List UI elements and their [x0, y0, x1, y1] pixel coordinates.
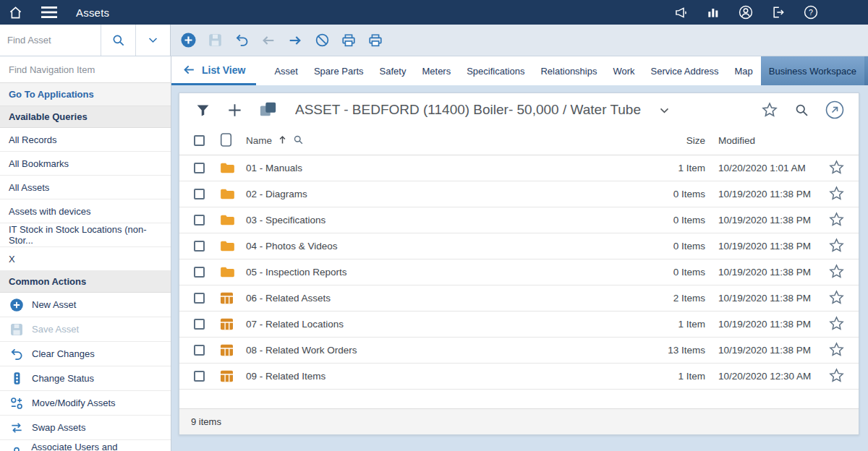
next-record-icon[interactable]: [285, 30, 305, 51]
query-item[interactable]: Assets with devices: [0, 199, 171, 223]
row-checkbox[interactable]: [194, 319, 205, 330]
action-item[interactable]: Associate Users and Custodians: [0, 440, 171, 451]
select-all-checkbox[interactable]: [194, 135, 205, 146]
name-filter-search-icon[interactable]: [293, 134, 304, 147]
table-row[interactable]: 08 - Related Work Orders 13 Items 10/19/…: [179, 338, 859, 364]
available-queries-header: Available Queries: [0, 106, 171, 128]
previous-record-icon: [258, 30, 278, 51]
row-size: 0 Items: [608, 241, 705, 252]
find-options-chevron[interactable]: [136, 25, 171, 56]
query-item[interactable]: All Assets: [0, 176, 171, 199]
table-row[interactable]: 01 - Manuals 1 Item 10/20/2020 1:01 AM: [179, 155, 859, 181]
open-in-new-icon[interactable]: [825, 100, 844, 119]
row-checkbox[interactable]: [194, 293, 205, 304]
row-checkbox[interactable]: [194, 163, 205, 173]
action-item[interactable]: Move/Modify Assets: [0, 391, 171, 416]
sort-ascending-icon[interactable]: [277, 134, 288, 147]
row-star-icon[interactable]: [828, 211, 845, 230]
sign-out-icon[interactable]: [771, 5, 786, 20]
print-preview-icon[interactable]: [365, 30, 386, 51]
tab[interactable]: Specifications: [459, 56, 532, 85]
row-star-icon[interactable]: [828, 263, 845, 282]
table-row[interactable]: 07 - Related Locations 1 Item 10/19/2020…: [179, 312, 859, 338]
query-item[interactable]: All Records: [0, 128, 171, 152]
table-row[interactable]: 04 - Photos & Videos 0 Items 10/19/2020 …: [179, 233, 859, 259]
action-item[interactable]: Change Status: [0, 366, 171, 391]
tab[interactable]: Asset: [266, 56, 306, 85]
tab[interactable]: Map: [727, 56, 761, 85]
filter-icon[interactable]: [195, 103, 210, 118]
back-to-list-view[interactable]: List View: [171, 56, 256, 85]
row-modified: 10/19/2020 11:38 PM: [705, 293, 814, 304]
new-record-icon[interactable]: [178, 30, 198, 51]
action-label: Associate Users and Custodians: [31, 442, 162, 451]
folder-icon: [220, 318, 236, 331]
row-star-icon[interactable]: [828, 237, 845, 256]
row-name[interactable]: 07 - Related Locations: [246, 319, 344, 330]
table-row[interactable]: 06 - Related Assets 2 Items 10/19/2020 1…: [179, 285, 859, 312]
tab[interactable]: Work: [605, 56, 642, 85]
row-name[interactable]: 08 - Related Work Orders: [246, 345, 357, 356]
row-checkbox[interactable]: [194, 371, 205, 382]
query-item[interactable]: All Bookmarks: [0, 152, 171, 176]
favorite-star-icon[interactable]: [761, 101, 778, 119]
tab[interactable]: Business Workspace: [761, 56, 864, 85]
row-checkbox[interactable]: [194, 241, 205, 252]
title-chevron-down-icon[interactable]: [658, 104, 671, 116]
search-icon[interactable]: [794, 103, 809, 118]
menu-icon[interactable]: [41, 6, 57, 19]
action-item[interactable]: Save Asset: [0, 317, 171, 342]
action-item[interactable]: New Asset: [0, 293, 171, 317]
row-name[interactable]: 02 - Diagrams: [246, 189, 307, 199]
go-to-applications-link[interactable]: Go To Applications: [0, 83, 171, 106]
stop-icon[interactable]: [312, 30, 332, 51]
tab[interactable]: Service Address: [643, 56, 727, 85]
add-icon[interactable]: [226, 102, 243, 119]
bar-chart-icon[interactable]: [706, 5, 720, 20]
row-name[interactable]: 01 - Manuals: [246, 163, 302, 173]
tab[interactable]: Meters: [414, 56, 459, 85]
action-item[interactable]: Swap Assets: [0, 416, 171, 440]
name-column-header[interactable]: Name: [246, 135, 272, 146]
query-item[interactable]: X: [0, 247, 171, 271]
action-item[interactable]: Clear Changes: [0, 342, 171, 366]
row-name[interactable]: 05 - Inspection Reports: [246, 267, 347, 278]
table-row[interactable]: 02 - Diagrams 0 Items 10/19/2020 11:38 P…: [179, 181, 859, 207]
home-icon[interactable]: [9, 6, 22, 20]
row-star-icon[interactable]: [828, 341, 845, 360]
row-star-icon[interactable]: [828, 289, 845, 308]
table-row[interactable]: 09 - Related Items 1 Item 10/20/2020 12:…: [179, 364, 859, 390]
row-name[interactable]: 03 - Specifications: [246, 215, 326, 226]
table-header: Name Size Modified: [179, 126, 859, 155]
table-row[interactable]: 03 - Specifications 0 Items 10/19/2020 1…: [179, 207, 859, 233]
nav-search-input[interactable]: [9, 64, 162, 75]
modified-column-header[interactable]: Modified: [705, 135, 814, 146]
row-name[interactable]: 04 - Photos & Videos: [246, 241, 338, 252]
row-name[interactable]: 09 - Related Items: [246, 371, 326, 382]
actions-list: New Asset Save Asset: [0, 293, 171, 451]
row-name[interactable]: 06 - Related Assets: [246, 293, 331, 304]
announcement-icon[interactable]: [673, 5, 689, 20]
row-checkbox[interactable]: [194, 215, 205, 226]
query-item[interactable]: IT Stock in Stock Locations (non-Stor...: [0, 223, 171, 247]
row-star-icon[interactable]: [828, 315, 845, 334]
tab[interactable]: Safety: [372, 56, 414, 85]
tab[interactable]: Relationships: [532, 56, 605, 85]
tab-bar: List View Asset Spare Parts Safety Meter…: [171, 56, 868, 85]
print-icon[interactable]: [339, 30, 359, 51]
table-row[interactable]: 05 - Inspection Reports 0 Items 10/19/20…: [179, 259, 859, 285]
tab[interactable]: Spare Parts: [306, 56, 372, 85]
row-star-icon[interactable]: [828, 185, 845, 204]
workspace-header: ASSET - BEDFORD (11400) Boiler- 50,000 /…: [179, 93, 859, 126]
row-star-icon[interactable]: [828, 159, 845, 178]
row-star-icon[interactable]: [828, 367, 845, 386]
profile-icon[interactable]: [738, 4, 754, 20]
find-asset-input[interactable]: [7, 35, 101, 46]
clear-changes-icon[interactable]: [231, 30, 252, 51]
row-checkbox[interactable]: [194, 267, 205, 278]
row-checkbox[interactable]: [194, 189, 205, 199]
find-search-button[interactable]: [101, 25, 136, 56]
help-icon[interactable]: ?: [803, 4, 819, 20]
size-column-header[interactable]: Size: [608, 135, 705, 146]
row-checkbox[interactable]: [194, 345, 205, 356]
